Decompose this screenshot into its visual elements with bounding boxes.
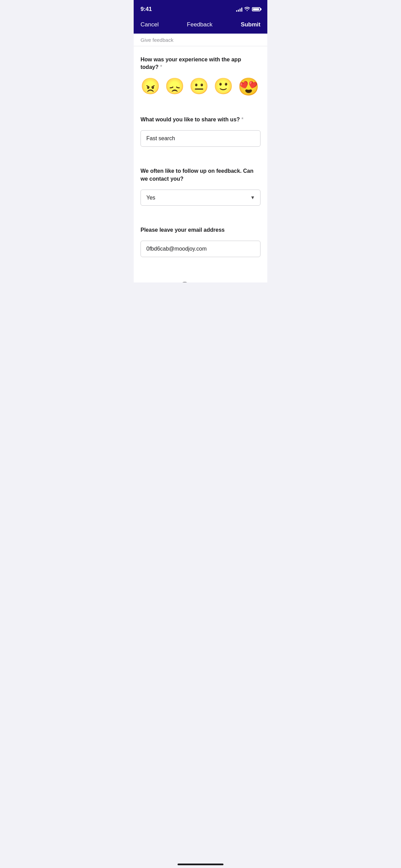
svg-point-0 — [181, 282, 189, 282]
status-icons — [236, 7, 260, 12]
status-time: 9:41 — [141, 6, 152, 13]
experience-section: How was your experience with the app tod… — [134, 46, 267, 95]
battery-icon — [252, 7, 260, 11]
email-section: Please leave your email address — [134, 217, 267, 268]
content-area: Give feedback How was your experience wi… — [134, 34, 267, 282]
emoji-very-angry[interactable]: 😠 — [141, 78, 160, 95]
emoji-rating-row: 😠 😞 😐 🙂 😍 — [141, 78, 260, 95]
contact-question: We often like to follow up on feedback. … — [141, 167, 260, 183]
contact-dropdown-wrapper: Yes No ▼ — [141, 190, 260, 206]
submit-button[interactable]: Submit — [241, 21, 260, 28]
cancel-button[interactable]: Cancel — [141, 21, 159, 28]
emoji-love[interactable]: 😍 — [238, 78, 259, 95]
contact-section: We often like to follow up on feedback. … — [134, 158, 267, 206]
email-question: Please leave your email address — [141, 226, 260, 234]
share-question: What would you like to share with us? * — [141, 116, 260, 123]
share-input[interactable] — [141, 130, 260, 147]
emoji-neutral[interactable]: 😐 — [189, 78, 209, 95]
share-section: What would you like to share with us? * — [134, 106, 267, 158]
wifi-icon — [244, 7, 250, 12]
getfeedback-logo — [181, 282, 189, 282]
contact-dropdown[interactable]: Yes No — [141, 190, 260, 206]
signal-icon — [236, 7, 242, 12]
nav-bar: Cancel Feedback Submit — [134, 17, 267, 34]
emoji-happy[interactable]: 🙂 — [214, 78, 233, 95]
footer: GetFeedback — [134, 268, 267, 282]
email-input[interactable] — [141, 241, 260, 257]
status-bar: 9:41 — [134, 0, 267, 17]
give-feedback-bar: Give feedback — [134, 34, 267, 46]
emoji-sad[interactable]: 😞 — [165, 78, 184, 95]
nav-title: Feedback — [187, 21, 212, 28]
give-feedback-text: Give feedback — [141, 37, 173, 43]
experience-question: How was your experience with the app tod… — [141, 56, 260, 71]
